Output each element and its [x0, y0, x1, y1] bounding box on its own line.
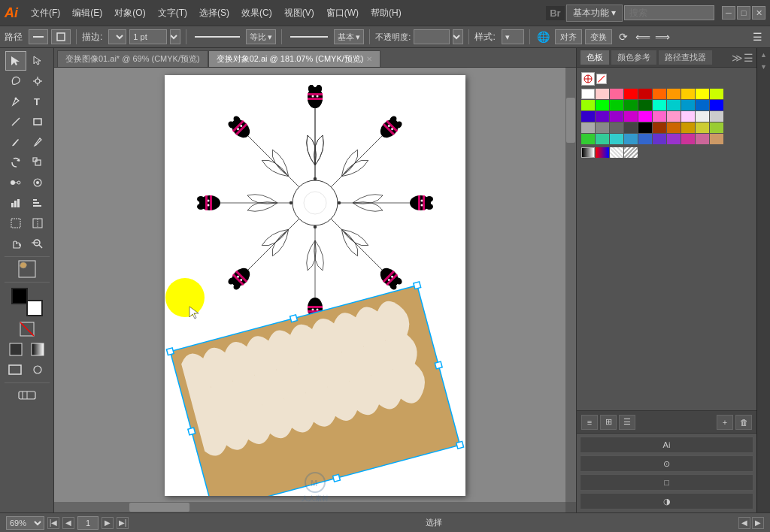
stroke-panel-btn[interactable]: □: [580, 474, 753, 491]
swatch-c41[interactable]: [581, 134, 595, 144]
swatch-c43[interactable]: [610, 134, 623, 144]
opacity-unit[interactable]: ▾: [453, 29, 463, 44]
tab-1[interactable]: 变换对象02.ai @ 181.07% (CMYK/预览) ✕: [208, 50, 381, 67]
tool-bar-chart[interactable]: [27, 193, 48, 213]
swatch-gradient-bw[interactable]: [581, 147, 595, 158]
new-swatch-btn[interactable]: +: [717, 415, 733, 430]
tool-blend[interactable]: [5, 173, 26, 192]
gradient-panel-btn[interactable]: ◑: [580, 493, 753, 509]
swatch-c33[interactable]: [610, 122, 623, 133]
swatch-c6[interactable]: [653, 89, 666, 99]
swatch-c12[interactable]: [596, 100, 609, 110]
panel-collapse-btn[interactable]: ≫: [732, 52, 743, 64]
extra-btn2[interactable]: ⟸: [635, 29, 651, 45]
swatch-c21[interactable]: [581, 111, 595, 122]
br-logo[interactable]: Br: [546, 6, 564, 20]
web-icon-btn[interactable]: 🌐: [535, 29, 552, 45]
swatch-c30[interactable]: [710, 111, 723, 122]
canvas-viewport[interactable]: M 人人素材: [54, 68, 576, 512]
swatch-c23[interactable]: [610, 111, 623, 122]
swatch-c49[interactable]: [696, 134, 709, 144]
minimize-button[interactable]: ─: [722, 6, 735, 20]
nav-next[interactable]: ▶: [102, 517, 114, 529]
workspace-button[interactable]: 基本功能 ▾: [566, 5, 623, 22]
swatch-c31[interactable]: [581, 122, 595, 133]
swatch-c11[interactable]: [581, 100, 595, 110]
tab-0[interactable]: 变换图像01.ai* @ 69% (CMYK/预览): [57, 50, 208, 67]
tool-text[interactable]: T: [27, 92, 48, 111]
style-dropdown[interactable]: ▾: [502, 29, 524, 44]
swatch-c42[interactable]: [596, 134, 609, 144]
tool-direct-select[interactable]: [27, 51, 48, 71]
line-style-dropdown[interactable]: 等比▾: [246, 29, 276, 44]
menu-text[interactable]: 文字(T): [153, 4, 192, 23]
layers-panel-btn[interactable]: Ai: [580, 437, 753, 453]
swatch-c37[interactable]: [667, 122, 681, 133]
menu-help[interactable]: 帮助(H): [365, 4, 407, 23]
swatch-c24[interactable]: [624, 111, 638, 122]
menu-window[interactable]: 窗口(W): [321, 4, 364, 23]
crosshair-swatch[interactable]: [581, 72, 595, 86]
swatch-c28[interactable]: [681, 111, 695, 122]
swatch-c44[interactable]: [624, 134, 638, 144]
opacity-input[interactable]: 100%: [414, 29, 450, 44]
tool-pen[interactable]: [5, 92, 26, 111]
swatch-c20[interactable]: [710, 100, 723, 110]
panel-tab-pathfinder[interactable]: 路径查找器: [658, 50, 713, 65]
nav-prev[interactable]: ◀: [62, 517, 74, 529]
outer-strip-btn2[interactable]: ▼: [759, 62, 769, 72]
tool-hand[interactable]: [5, 234, 26, 253]
swatch-c40[interactable]: [710, 122, 723, 133]
swatch-c5[interactable]: [638, 89, 652, 99]
swatch-c19[interactable]: [696, 100, 709, 110]
v-scrollbar[interactable]: [565, 68, 576, 502]
tab-1-close[interactable]: ✕: [366, 55, 372, 63]
swatch-list-icon[interactable]: ☰: [619, 415, 635, 430]
swatch-c36[interactable]: [653, 122, 666, 133]
swatch-c8[interactable]: [681, 89, 695, 99]
stroke-selector[interactable]: [29, 29, 48, 44]
appearance-panel-btn[interactable]: ⊙: [580, 455, 753, 472]
tool-line[interactable]: [5, 112, 26, 131]
extra-btn3[interactable]: ⟹: [654, 29, 671, 45]
tool-pattern[interactable]: [17, 259, 38, 279]
tool-scale[interactable]: [27, 153, 48, 172]
swatch-c35[interactable]: [638, 122, 652, 133]
menu-edit[interactable]: 编辑(E): [67, 4, 108, 23]
maximize-button[interactable]: □: [737, 6, 750, 20]
tool-pencil[interactable]: [27, 132, 48, 152]
foreground-color-swatch[interactable]: [11, 288, 28, 304]
swatch-type-icon[interactable]: ⊞: [600, 415, 617, 430]
menu-effect[interactable]: 效果(C): [236, 4, 277, 23]
swatch-c50[interactable]: [710, 134, 723, 144]
tool-lasso[interactable]: [5, 71, 26, 91]
swatch-c13[interactable]: [610, 100, 623, 110]
swatch-c14[interactable]: [624, 100, 638, 110]
transform-btn[interactable]: 变换: [585, 29, 612, 44]
swatch-c7[interactable]: [667, 89, 681, 99]
fill-gradient[interactable]: [27, 340, 48, 359]
swatch-c46[interactable]: [653, 134, 666, 144]
swatch-c25[interactable]: [638, 111, 652, 122]
swatch-c48[interactable]: [681, 134, 695, 144]
nav-first[interactable]: |◀: [47, 517, 59, 529]
swatch-gradient-color[interactable]: [596, 147, 609, 158]
swatch-c15[interactable]: [638, 100, 652, 110]
swatch-c39[interactable]: [696, 122, 709, 133]
tool-brush[interactable]: [5, 132, 26, 152]
status-nav-left[interactable]: ◀: [738, 517, 750, 529]
swatch-c3[interactable]: [610, 89, 623, 99]
swatch-pattern-1[interactable]: [610, 147, 623, 158]
swatch-c45[interactable]: [638, 134, 652, 144]
swatch-c1[interactable]: [581, 89, 595, 99]
panel-tab-color-ref[interactable]: 颜色参考: [611, 50, 657, 65]
swatch-pattern-2[interactable]: [624, 147, 638, 158]
zoom-select[interactable]: 69% 100% 181%: [6, 516, 44, 530]
swatch-c4[interactable]: [624, 89, 638, 99]
swatch-c10[interactable]: [710, 89, 723, 99]
swatch-c38[interactable]: [681, 122, 695, 133]
tool-rotate[interactable]: [5, 153, 26, 172]
tool-artboard[interactable]: [5, 213, 26, 233]
tool-select[interactable]: [5, 51, 26, 71]
stroke-direction[interactable]: ↕: [108, 29, 126, 44]
